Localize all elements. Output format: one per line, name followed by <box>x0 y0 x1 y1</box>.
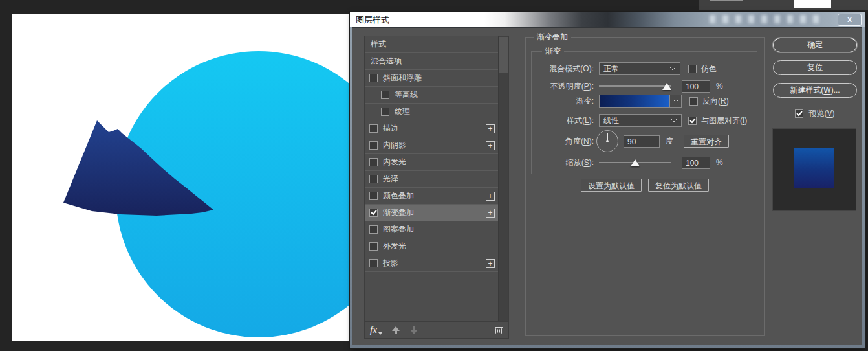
reverse-label: 反向(R) <box>702 96 729 107</box>
align-layer-checkbox-checked[interactable] <box>688 117 697 125</box>
gradient-dropdown-button[interactable] <box>669 95 681 107</box>
chevron-down-icon <box>671 119 677 122</box>
dither-checkbox[interactable] <box>688 65 697 73</box>
gradient-style-value: 线性 <box>603 115 671 126</box>
effects-toolbar: fx <box>365 321 508 338</box>
color-swatch <box>794 0 831 8</box>
fx-label: fx <box>370 324 377 335</box>
styles-list-item-texture[interactable]: 纹理 <box>365 104 498 120</box>
slider-thumb[interactable] <box>662 83 671 90</box>
gradient-row: 渐变: 反向(R) <box>532 95 757 108</box>
dialog-actions: 确定 复位 新建样式(W)... 预览(V) <box>772 38 858 211</box>
add-effect-icon[interactable]: + <box>486 192 495 201</box>
reset-button[interactable]: 复位 <box>773 60 857 75</box>
styles-list-item-drop-shadow[interactable]: 投影 + <box>365 255 498 272</box>
styles-list-scrollbar[interactable] <box>498 36 508 321</box>
dither-checkbox-group[interactable]: 仿色 <box>688 63 717 74</box>
styles-list-item-styles[interactable]: 样式 <box>365 36 498 53</box>
move-effect-up-button[interactable] <box>391 326 400 335</box>
item-label: 图案叠加 <box>383 224 414 235</box>
checkbox[interactable] <box>369 242 378 251</box>
styles-list-item-bevel-emboss[interactable]: 斜面和浮雕 <box>365 70 498 87</box>
checkbox[interactable] <box>369 74 378 82</box>
titlebar-blur-artifacts <box>710 15 819 23</box>
up-arrow-icon <box>391 326 400 335</box>
styles-list: 样式 混合选项 斜面和浮雕 等高线 纹理 <box>365 36 498 321</box>
check-icon <box>371 210 377 216</box>
scale-slider[interactable] <box>599 156 671 169</box>
blend-mode-value: 正常 <box>603 63 669 74</box>
styles-list-item-gradient-overlay[interactable]: 渐变叠加 + <box>365 205 498 221</box>
photoshop-workspace: 图层样式 x 样式 混合选项 斜面和浮雕 <box>0 0 868 351</box>
checkbox[interactable] <box>369 124 378 133</box>
add-effect-icon[interactable]: + <box>486 124 495 133</box>
styles-list-item-blending-options[interactable]: 混合选项 <box>365 53 498 70</box>
styles-list-item-contour[interactable]: 等高线 <box>365 87 498 104</box>
dialog-titlebar[interactable]: 图层样式 x <box>350 12 865 27</box>
close-icon[interactable]: x <box>838 14 862 26</box>
checkbox[interactable] <box>369 141 378 150</box>
checkbox-checked[interactable] <box>369 209 378 217</box>
checkbox[interactable] <box>381 108 389 116</box>
preview-checkbox-group[interactable]: 预览(V) <box>772 108 858 119</box>
angle-unit: 度 <box>666 136 673 147</box>
item-label: 混合选项 <box>371 56 402 67</box>
add-effect-icon[interactable]: + <box>486 259 495 268</box>
checkbox[interactable] <box>369 175 378 183</box>
gradient-style-select[interactable]: 线性 <box>599 114 682 127</box>
gradient-label: 渐变: <box>532 96 594 107</box>
checkbox[interactable] <box>369 259 378 267</box>
new-style-button[interactable]: 新建样式(W)... <box>773 83 857 98</box>
canvas-artwork <box>12 14 354 341</box>
document-canvas[interactable] <box>12 14 354 341</box>
checkbox[interactable] <box>381 91 389 99</box>
section-title: 渐变叠加 <box>534 32 571 43</box>
dither-label: 仿色 <box>701 63 717 74</box>
angle-dial[interactable] <box>596 130 618 152</box>
styles-list-item-stroke[interactable]: 描边 + <box>365 120 498 137</box>
top-panel-strip <box>699 0 868 10</box>
reset-to-default-button[interactable]: 复位为默认值 <box>648 179 709 192</box>
checkbox[interactable] <box>369 192 378 200</box>
move-effect-down-button[interactable] <box>409 326 418 335</box>
reset-alignment-button[interactable]: 重置对齐 <box>684 135 729 148</box>
gradient-preview[interactable] <box>600 95 669 107</box>
item-label: 纹理 <box>395 106 410 117</box>
scale-value-field[interactable]: 100 <box>682 157 710 169</box>
chevron-down-icon <box>673 99 679 103</box>
scrollbar-thumb[interactable] <box>499 37 508 73</box>
checkbox[interactable] <box>369 225 378 234</box>
add-effect-icon[interactable]: + <box>486 209 495 218</box>
align-layer-checkbox-group[interactable]: 与图层对齐(I) <box>688 115 747 126</box>
styles-list-item-outer-glow[interactable]: 外发光 <box>365 238 498 255</box>
opacity-slider[interactable] <box>599 80 671 93</box>
angle-label: 角度(N): <box>532 136 594 147</box>
item-label: 样式 <box>371 39 386 50</box>
styles-list-item-pattern-overlay[interactable]: 图案叠加 <box>365 221 498 238</box>
reverse-checkbox-group[interactable]: 反向(R) <box>689 96 729 107</box>
checkbox[interactable] <box>369 158 378 166</box>
slider-track <box>599 85 671 87</box>
delete-effect-button[interactable] <box>494 325 503 335</box>
scale-row: 缩放(S): 100 % <box>532 156 757 169</box>
preview-checkbox-checked[interactable] <box>795 109 803 118</box>
slider-thumb[interactable] <box>631 159 640 166</box>
ok-button[interactable]: 确定 <box>773 38 857 52</box>
fx-menu-button[interactable]: fx <box>370 324 382 335</box>
reverse-checkbox[interactable] <box>689 97 698 106</box>
styles-list-item-inner-glow[interactable]: 内发光 <box>365 154 498 171</box>
check-icon <box>689 118 696 124</box>
blend-mode-select[interactable]: 正常 <box>599 62 680 75</box>
trash-icon <box>494 325 503 335</box>
make-default-button[interactable]: 设置为默认值 <box>581 179 642 192</box>
styles-list-item-satin[interactable]: 光泽 <box>365 171 498 188</box>
add-effect-icon[interactable]: + <box>486 141 495 150</box>
styles-list-item-inner-shadow[interactable]: 内阴影 + <box>365 137 498 154</box>
angle-value-field[interactable]: 90 <box>624 135 660 148</box>
style-row: 样式(L): 线性 与图层对齐(I) <box>532 114 757 127</box>
opacity-value-field[interactable]: 100 <box>682 80 710 93</box>
styles-list-item-color-overlay[interactable]: 颜色叠加 + <box>365 188 498 205</box>
item-label: 渐变叠加 <box>383 207 414 218</box>
gradient-picker[interactable] <box>599 95 682 108</box>
dialog-body: 样式 混合选项 斜面和浮雕 等高线 纹理 <box>352 27 862 345</box>
